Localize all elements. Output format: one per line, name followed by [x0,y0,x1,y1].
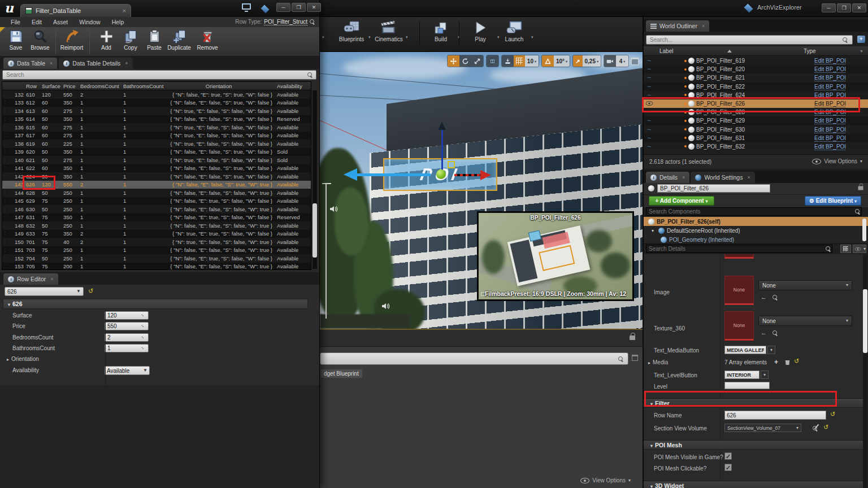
drag-handle-icon[interactable]: ⁚ [2,232,10,235]
edit-blueprint-link[interactable]: Edit BP_POI [814,127,868,133]
column-header-bathroomscount[interactable]: BathroomsCount [123,83,165,89]
edit-blueprint-link[interactable]: Edit BP_POI [814,84,868,90]
edit-blueprint-link[interactable]: Edit BP_POI [814,109,868,115]
gizmo-center-handle[interactable] [436,169,446,179]
minimize-button[interactable]: ─ [822,3,836,12]
table-row[interactable]: ⁚1537057520011{ "N": false, "E": false, … [2,263,311,271]
component-row-self[interactable]: BP_POI_Filter_626(self) [644,217,868,226]
tab-data-table-details[interactable]: i Data Table Details× [59,58,132,69]
level-button-dropdown-icon[interactable]: ▾ [761,371,769,379]
copy-button[interactable]: Copy [119,29,142,51]
bottom-search-bar[interactable] [320,352,628,365]
view-options-button[interactable]: View Options▾ [580,477,631,483]
menu-item-file[interactable]: File [6,18,25,27]
tab-details[interactable]: i Details× [646,172,689,183]
save-button[interactable]: Save [4,29,28,51]
maximize-viewport-icon[interactable] [631,58,639,65]
filter-section-header[interactable]: ▾Filter [644,398,866,408]
table-scrollbar-thumb[interactable] [313,203,317,258]
image-asset-dropdown[interactable]: None▾ [758,280,852,290]
grid-snap-button[interactable] [514,55,525,67]
edit-blueprint-button[interactable]: ⚙ Edit Blueprint ▾ [805,196,861,206]
drag-handle-icon[interactable]: ⁚ [2,134,10,137]
reset-icon[interactable]: ↺ [823,424,828,430]
outliner-row[interactable]: ∼BP_POI_Filter_632Edit BP_POI [644,142,868,151]
drag-handle-icon[interactable]: ⁚ [2,93,10,96]
add-component-button[interactable]: + Add Component ▾ [649,196,714,206]
edit-blueprint-link[interactable]: Edit BP_POI [814,117,868,124]
drag-handle-icon[interactable]: ⁚ [2,126,10,129]
reset-icon[interactable]: ↺ [88,288,93,294]
table-row[interactable]: ⁚14362612055021{ "N": false, "E": false,… [2,181,311,189]
reset-icon[interactable]: ↺ [830,411,835,417]
poi-visible-checkbox[interactable]: ✓ [724,452,732,460]
drag-handle-icon[interactable]: ⁚ [2,216,10,219]
table-row[interactable]: ⁚1386196022511{ "N": true, "E": false, "… [2,140,311,148]
tab-world-outliner[interactable]: World Outliner× [646,20,709,32]
table-row[interactable]: ⁚1406215027511{ "N": true, "E": false, "… [2,156,311,164]
datatable-window-tab[interactable]: Filter_DataTable × [20,4,131,17]
drag-handle-icon[interactable]: ⁚ [2,208,10,211]
reimport-button[interactable]: Reimport [60,29,84,51]
tab-data-table[interactable]: i Data Table× [3,58,57,69]
image-thumbnail[interactable]: None [724,276,754,305]
maximize-button[interactable]: ❒ [837,3,851,12]
close-icon[interactable]: × [50,60,53,66]
component-row-poi-geometry[interactable]: POI_Geometry (Inherited) [644,235,868,244]
row-select-dropdown[interactable]: 626▼ [5,287,84,296]
column-header-row[interactable]: Row [26,83,42,89]
expander-icon[interactable]: ▾ [652,228,654,233]
toolbar-button-build[interactable]: Build [423,20,459,42]
gizmo-z-axis[interactable] [441,130,443,173]
expander-icon[interactable]: ▸ [648,360,650,365]
menu-item-help[interactable]: Help [107,18,129,27]
table-row[interactable]: ⁚1366156027511{ "N": true, "E": false, "… [2,123,311,132]
visibility-eye-icon[interactable] [644,101,655,107]
column-filter-icon[interactable]: ▼ [860,49,863,53]
table-row[interactable]: ⁚1486325025011{ "N": false, "E": false, … [2,221,311,230]
details-scrollbar-thumb[interactable] [863,289,867,353]
outliner-row[interactable]: ∼BP_POI_Filter_631Edit BP_POI [644,134,868,142]
gizmo-y-axis[interactable] [454,174,480,176]
poi-clickable-checkbox[interactable]: ✓ [724,464,732,471]
close-icon[interactable]: × [747,175,750,180]
search-details-input[interactable] [646,245,832,253]
audio-speaker-icon[interactable] [381,302,390,311]
media-button-dropdown-icon[interactable]: ▾ [767,346,775,354]
duplicate-button[interactable]: Duplicate [167,29,191,51]
table-row[interactable]: ⁚150701754021{ "N": true, "E": false, "S… [2,238,311,246]
rotation-snap-value[interactable]: 10°▾ [554,55,570,67]
drag-handle-icon[interactable]: ⁚ [2,159,10,162]
monitor-icon[interactable] [242,3,251,10]
lock-icon[interactable] [630,336,635,340]
outliner-row[interactable]: ∼BP_POI_Filter_620Edit BP_POI [644,65,868,73]
outliner-view-options-button[interactable]: View Options▾ [812,158,862,164]
close-button[interactable]: ✕ [307,3,321,12]
table-row[interactable]: ⁚1356145035011{ "N": false, "E": false, … [2,115,311,124]
table-row[interactable]: ⁚1517037525011{ "N": false, "E": false, … [2,246,311,255]
drag-handle-icon[interactable]: ⁚ [2,150,10,153]
browse-to-asset-icon[interactable] [772,330,778,336]
chevron-down-icon[interactable]: ▾ [406,35,408,40]
clipped-thumbnail[interactable] [724,254,754,259]
drag-handle-icon[interactable]: ⁚ [2,191,10,194]
menu-item-asset[interactable]: Asset [48,18,73,27]
level-viewport[interactable]: POI 10▾ 10°▾ ↗ [320,52,643,329]
drag-handle-icon[interactable]: ⁚ [2,183,10,186]
texture-thumbnail[interactable]: None [724,311,754,341]
edit-blueprint-link[interactable]: Edit BP_POI [814,66,868,72]
widget-section-header[interactable]: ▾3D Widget [644,481,866,488]
property-matrix-button[interactable] [840,245,851,253]
row-type-value[interactable]: POI_Filter_Struct [264,19,307,25]
menu-item-window[interactable]: Window [74,18,105,27]
lock-icon[interactable] [858,186,863,190]
outliner-row[interactable]: ∼BP_POI_Filter_619Edit BP_POI [644,56,868,65]
search-icon[interactable] [310,19,315,24]
column-header-orientation[interactable]: Orientation [165,83,277,89]
toolbar-button-play[interactable]: Play [462,20,498,42]
world-local-toggle[interactable] [487,55,498,67]
table-row[interactable]: ⁚1476317535011{ "N": false, "E": true, "… [2,213,311,222]
translate-tool-button[interactable] [448,55,459,67]
scale-tool-button[interactable] [471,55,483,67]
drag-handle-icon[interactable]: ⁚ [2,142,10,145]
